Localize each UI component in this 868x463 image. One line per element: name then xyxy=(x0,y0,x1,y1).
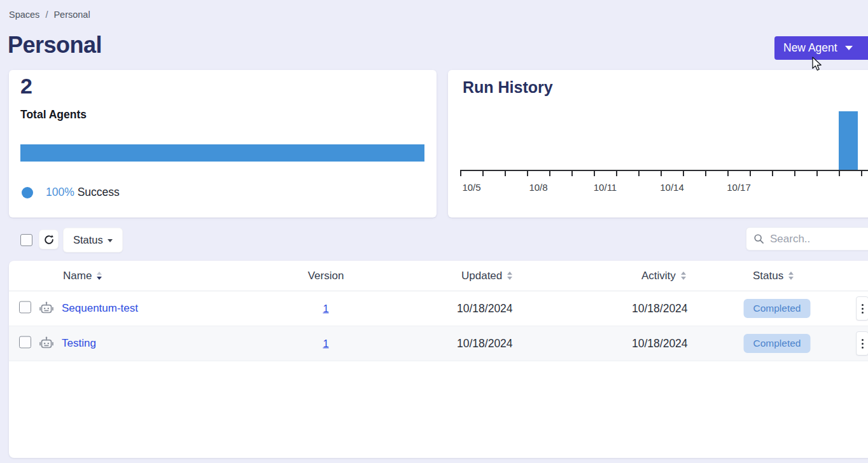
search-icon xyxy=(753,233,764,244)
success-label: Success xyxy=(78,186,120,198)
status-filter-dropdown[interactable]: Status xyxy=(63,228,123,252)
robot-icon xyxy=(38,335,55,352)
mouse-cursor-icon xyxy=(812,57,827,73)
agent-activity-date: 10/18/2024 xyxy=(632,302,688,315)
page-title: Personal xyxy=(8,32,102,59)
success-dot-icon xyxy=(22,187,33,198)
column-header-activity-label: Activity xyxy=(641,270,676,282)
column-header-status[interactable]: Status xyxy=(753,270,794,282)
total-agents-label: Total Agents xyxy=(20,108,87,121)
x-tick-label: 10/17 xyxy=(727,182,751,193)
column-header-name[interactable]: Name xyxy=(63,270,102,282)
success-progress-bar xyxy=(20,144,424,162)
total-agents-card: 2 Total Agents 100% Success xyxy=(9,70,437,218)
select-all-checkbox[interactable] xyxy=(20,234,32,246)
breadcrumb-separator: / xyxy=(45,10,48,20)
agent-version-link[interactable]: 1 xyxy=(323,303,328,315)
x-tick-label: 10/11 xyxy=(594,182,617,193)
success-legend: 100% Success xyxy=(22,186,120,199)
column-header-name-label: Name xyxy=(63,270,92,282)
chevron-down-icon xyxy=(108,239,113,242)
sort-icon xyxy=(681,272,686,280)
new-agent-button-label: New Agent xyxy=(783,41,837,55)
column-header-updated-label: Updated xyxy=(461,270,502,282)
x-tick-label: 10/5 xyxy=(462,182,480,193)
robot-icon xyxy=(38,300,55,317)
column-header-activity[interactable]: Activity xyxy=(641,270,686,282)
success-text: 100% Success xyxy=(46,186,120,199)
table-header-row: Name Version Updated Activity Status xyxy=(9,261,868,291)
chevron-down-icon xyxy=(845,46,853,50)
success-percentage: 100% xyxy=(46,186,74,198)
status-badge: Completed xyxy=(744,334,811,353)
agent-name-link[interactable]: Testing xyxy=(62,337,96,350)
refresh-button[interactable] xyxy=(39,230,59,249)
search-input[interactable] xyxy=(770,233,865,245)
sort-icon xyxy=(507,272,512,280)
agents-table: Name Version Updated Activity Status xyxy=(9,261,868,458)
agent-updated-date: 10/18/2024 xyxy=(457,337,513,350)
run-history-card: Run History 10/5 10/8 10/11 10/14 10/17 xyxy=(448,70,868,218)
agents-dashboard: Spaces / Personal Personal New Agent 2 T… xyxy=(0,0,868,463)
status-badge: Completed xyxy=(744,299,811,318)
agent-activity-date: 10/18/2024 xyxy=(632,337,688,350)
column-header-version: Version xyxy=(308,270,344,282)
sort-icon xyxy=(97,272,102,280)
column-header-updated[interactable]: Updated xyxy=(461,270,512,282)
refresh-icon xyxy=(43,234,55,245)
row-checkbox[interactable] xyxy=(19,301,31,314)
chart-x-ticks xyxy=(460,171,868,176)
table-row: Testing 1 10/18/2024 10/18/2024 Complete… xyxy=(9,326,868,361)
status-filter-label: Status xyxy=(73,234,103,246)
breadcrumb-personal[interactable]: Personal xyxy=(53,10,90,20)
row-checkbox[interactable] xyxy=(19,336,31,349)
total-agents-value: 2 xyxy=(20,74,32,99)
column-header-status-label: Status xyxy=(753,270,783,282)
run-history-title: Run History xyxy=(463,78,553,97)
x-tick-label: 10/8 xyxy=(529,182,547,193)
sort-icon xyxy=(788,272,794,280)
table-row: Sequentum-test 1 10/18/2024 10/18/2024 C… xyxy=(9,291,868,326)
row-menu-button[interactable] xyxy=(856,331,868,356)
breadcrumb: Spaces / Personal xyxy=(9,10,90,20)
column-header-version-label: Version xyxy=(308,270,344,282)
run-history-bar-10-18[interactable] xyxy=(839,111,858,170)
search-box[interactable] xyxy=(746,227,868,251)
agent-updated-date: 10/18/2024 xyxy=(457,302,513,315)
agent-version-link[interactable]: 1 xyxy=(323,338,328,350)
breadcrumb-spaces[interactable]: Spaces xyxy=(9,10,39,20)
x-tick-label: 10/14 xyxy=(660,182,684,193)
agent-name-link[interactable]: Sequentum-test xyxy=(62,302,138,315)
row-menu-button[interactable] xyxy=(856,296,868,321)
